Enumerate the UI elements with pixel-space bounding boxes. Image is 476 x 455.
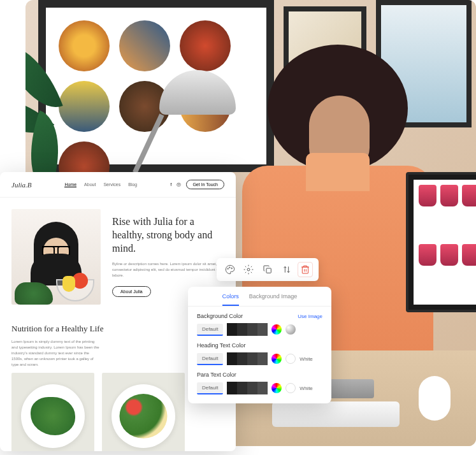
bg-end-swatch[interactable]: [285, 324, 296, 335]
para-white-swatch[interactable]: [285, 383, 296, 393]
para-default-swatch[interactable]: Default: [197, 382, 223, 394]
svg-point-0: [227, 268, 229, 270]
bg-default-swatch[interactable]: Default: [197, 324, 223, 336]
svg-point-2: [231, 268, 233, 269]
nav-about[interactable]: About: [84, 182, 96, 187]
hero-description: Byline or description comes here. Lorem …: [112, 261, 224, 278]
heading-color-label: Heading Text Color: [197, 342, 245, 349]
color-wheel-icon[interactable]: [271, 354, 282, 364]
facebook-icon[interactable]: f: [170, 182, 171, 187]
para-white-label: White: [299, 386, 312, 391]
color-panel: Colors Background Image Background Color…: [188, 287, 331, 403]
hero-image: [11, 209, 101, 305]
para-swatches[interactable]: [227, 382, 268, 394]
nav-services[interactable]: Services: [103, 182, 120, 187]
heading-white-label: White: [299, 356, 312, 362]
site-logo[interactable]: Julia.B: [11, 181, 31, 189]
use-image-link[interactable]: Use Image: [298, 314, 322, 319]
nav-home[interactable]: Home: [64, 182, 76, 187]
palette-icon[interactable]: [222, 262, 238, 277]
instagram-icon[interactable]: ◎: [177, 182, 181, 187]
copy-icon[interactable]: [260, 262, 275, 277]
section-image-2: [102, 373, 185, 451]
section-description: Lorem Ipsum is simply dummy text of the …: [11, 339, 101, 368]
section-image-1: [11, 373, 94, 451]
para-color-label: Para Text Color: [197, 372, 236, 378]
nav-blog[interactable]: Blog: [128, 182, 137, 187]
svg-point-1: [229, 267, 230, 268]
site-nav: Home About Services Blog: [64, 182, 137, 187]
heading-default-swatch[interactable]: Default: [197, 353, 223, 365]
svg-rect-4: [266, 268, 271, 273]
header-cta-button[interactable]: Get In Touch: [186, 180, 224, 189]
heading-white-swatch[interactable]: [285, 354, 296, 364]
svg-point-3: [247, 268, 250, 271]
bg-color-label: Background Color: [197, 313, 243, 319]
tab-background-image[interactable]: Background Image: [249, 293, 298, 306]
color-wheel-icon[interactable]: [271, 383, 282, 393]
tab-colors[interactable]: Colors: [222, 293, 239, 306]
hero-title: Rise with Julia for a healthy, strong bo…: [112, 215, 224, 255]
trash-icon[interactable]: [298, 262, 313, 277]
gear-icon[interactable]: [241, 262, 256, 277]
bg-swatches[interactable]: [227, 323, 268, 336]
color-wheel-icon[interactable]: [271, 324, 282, 335]
sort-icon[interactable]: [279, 262, 294, 277]
hero-button[interactable]: About Julia: [112, 286, 151, 297]
editor-toolbar: [217, 258, 319, 281]
heading-swatches[interactable]: [227, 352, 268, 365]
